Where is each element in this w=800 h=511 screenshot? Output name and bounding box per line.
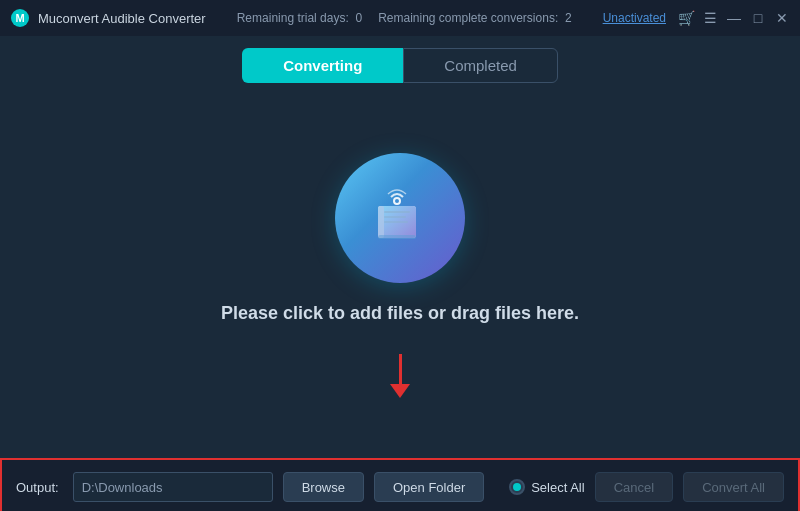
- remaining-days-value: 0: [355, 11, 362, 25]
- unactivated-link[interactable]: Unactivated: [603, 11, 666, 25]
- arrow-indicator: [390, 354, 410, 398]
- svg-rect-6: [384, 216, 406, 218]
- svg-point-8: [394, 198, 400, 204]
- svg-text:M: M: [15, 12, 24, 24]
- close-icon[interactable]: ✕: [774, 10, 790, 26]
- open-folder-button[interactable]: Open Folder: [374, 472, 484, 502]
- output-label: Output:: [16, 480, 59, 495]
- drop-zone-text[interactable]: Please click to add files or drag files …: [221, 303, 579, 324]
- window-controls: 🛒 ☰ — □ ✕: [678, 10, 790, 26]
- bottom-bar: Output: D:\Downloads Browse Open Folder …: [0, 458, 800, 511]
- book-icon: [363, 181, 438, 256]
- title-bar-right: Unactivated 🛒 ☰ — □ ✕: [603, 10, 790, 26]
- svg-rect-9: [378, 235, 416, 239]
- title-bar: M Muconvert Audible Converter Remaining …: [0, 0, 800, 36]
- browse-button[interactable]: Browse: [283, 472, 364, 502]
- convert-all-button[interactable]: Convert All: [683, 472, 784, 502]
- trial-info: Remaining trial days: 0 Remaining comple…: [237, 11, 572, 25]
- svg-rect-4: [378, 206, 384, 238]
- radio-dot-inner: [513, 483, 521, 491]
- tab-completed[interactable]: Completed: [403, 48, 558, 83]
- svg-rect-7: [384, 221, 408, 223]
- minimize-icon[interactable]: —: [726, 10, 742, 26]
- arrow-head: [390, 384, 410, 398]
- output-path: D:\Downloads: [73, 472, 273, 502]
- drop-zone-icon: [335, 153, 465, 283]
- app-title: Muconvert Audible Converter: [38, 11, 206, 26]
- main-content[interactable]: Please click to add files or drag files …: [0, 93, 800, 458]
- svg-rect-5: [384, 211, 410, 213]
- arrow-line: [399, 354, 402, 384]
- remaining-conversions-value: 2: [565, 11, 572, 25]
- title-bar-left: M Muconvert Audible Converter: [10, 8, 206, 28]
- cart-icon[interactable]: 🛒: [678, 10, 694, 26]
- app-logo-icon: M: [10, 8, 30, 28]
- menu-icon[interactable]: ☰: [702, 10, 718, 26]
- remaining-days-label: Remaining trial days: 0: [237, 11, 362, 25]
- select-all-label: Select All: [531, 480, 584, 495]
- tab-bar: Converting Completed: [0, 36, 800, 93]
- cancel-button[interactable]: Cancel: [595, 472, 673, 502]
- tab-converting[interactable]: Converting: [242, 48, 403, 83]
- select-all-group[interactable]: Select All: [509, 479, 584, 495]
- select-all-radio[interactable]: [509, 479, 525, 495]
- remaining-conversions-label: Remaining complete conversions: 2: [378, 11, 571, 25]
- maximize-icon[interactable]: □: [750, 10, 766, 26]
